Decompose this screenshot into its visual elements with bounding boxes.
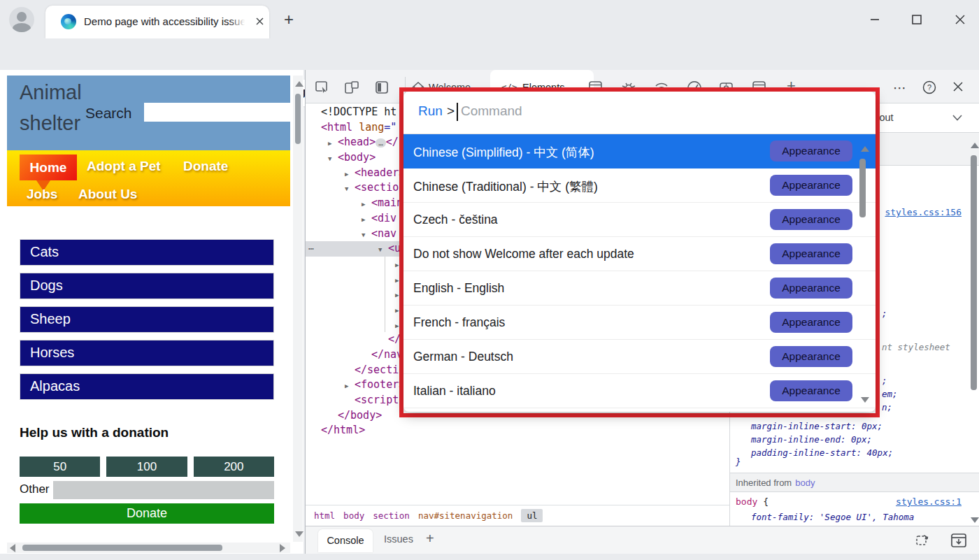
search-label: Search <box>85 105 132 122</box>
nav-item-donate[interactable]: Donate <box>183 159 228 174</box>
window-maximize-icon[interactable] <box>906 10 927 29</box>
page-vertical-scrollbar[interactable] <box>293 76 303 542</box>
css-fragment: ; <box>882 375 887 386</box>
profile-avatar[interactable] <box>9 7 34 32</box>
command-item-badge[interactable]: Appearance <box>770 141 852 161</box>
console-drawer: Console Issues + <box>306 526 979 554</box>
prompt-chevron: > <box>447 103 455 119</box>
breadcrumb-item-ul[interactable]: ul <box>521 509 543 522</box>
page-viewport: Animal shelter Search Home Adopt a Pet D… <box>0 70 303 554</box>
expand-arrow-icon[interactable]: ▼ <box>378 243 388 258</box>
expand-arrow-icon[interactable]: ▼ <box>345 182 355 197</box>
dock-panel-icon[interactable] <box>376 81 389 94</box>
collapse-arrow-icon[interactable]: ▶ <box>328 136 338 152</box>
stylesheet-link[interactable]: styles.css:156 <box>885 207 962 217</box>
command-item[interactable]: Chinese (Simplified) - 中文 (简体)Appearance <box>403 134 876 168</box>
inherited-body-link[interactable]: body <box>795 478 815 488</box>
add-drawer-tab-icon[interactable]: + <box>426 531 434 547</box>
command-item[interactable]: Chinese (Traditional) - 中文 (繁體)Appearanc… <box>403 168 876 203</box>
command-item[interactable]: Do not show Welcome after each updateApp… <box>403 237 876 271</box>
palette-scroll-thumb[interactable] <box>859 159 866 217</box>
device-emulation-icon[interactable] <box>345 81 359 94</box>
expand-arrow-icon[interactable]: ▼ <box>362 228 371 243</box>
command-item[interactable]: French - françaisAppearance <box>403 306 876 340</box>
sidebar-scroll-thumb[interactable] <box>971 155 977 390</box>
code-segment: <head> <box>338 136 376 148</box>
window-close-icon[interactable] <box>950 10 971 29</box>
text-cursor <box>457 103 458 121</box>
collapse-arrow-icon[interactable]: ▶ <box>345 167 355 182</box>
collapse-arrow-icon[interactable]: ▶ <box>362 213 371 228</box>
nav-item-adopt[interactable]: Adopt a Pet <box>87 159 161 174</box>
avatar-icon <box>17 12 27 22</box>
donation-amount-button-100[interactable]: 100 <box>106 457 187 477</box>
donate-button[interactable]: Donate <box>20 503 274 524</box>
collapse-arrow-icon[interactable]: ▶ <box>362 197 371 213</box>
scroll-left-icon[interactable] <box>10 544 15 552</box>
donation-amount-button-200[interactable]: 200 <box>194 457 274 477</box>
tab-close-icon[interactable] <box>252 15 266 29</box>
scroll-up-icon[interactable] <box>295 81 303 87</box>
command-palette: Run > Command Chinese (Simplified) - 中文 … <box>403 92 876 412</box>
command-item-badge[interactable]: Appearance <box>770 175 852 196</box>
command-item[interactable]: German - DeutschAppearance <box>403 340 876 374</box>
css-fragment: ; <box>882 308 887 319</box>
scroll-right-icon[interactable] <box>280 544 285 552</box>
body-stylesheet-link[interactable]: styles.css:1 <box>896 496 962 507</box>
edge-favicon-icon <box>61 14 76 29</box>
palette-scroll-down-icon[interactable] <box>861 397 869 403</box>
sidebar-scroll-down-icon[interactable] <box>971 517 979 523</box>
collapse-arrow-icon[interactable]: ▶ <box>345 379 355 394</box>
palette-scroll-up-icon[interactable] <box>861 146 869 152</box>
page-hscroll-thumb[interactable] <box>22 545 222 551</box>
code-segment: <div <box>371 212 403 224</box>
drawer-undock-icon[interactable] <box>915 533 932 548</box>
page-vscroll-thumb[interactable] <box>295 94 301 144</box>
command-item[interactable]: Italian - italianoAppearance <box>403 374 876 408</box>
devtools-close-icon[interactable] <box>952 81 964 92</box>
breadcrumb-item-section[interactable]: section <box>373 510 410 521</box>
breadcrumb-item-html[interactable]: html <box>314 510 335 521</box>
animal-button-alpacas[interactable]: Alpacas <box>20 373 274 400</box>
dom-tree-row[interactable]: </html> <box>306 423 729 438</box>
css-property: margin-inline-start: 0px; <box>751 419 893 433</box>
nav-item-jobs[interactable]: Jobs <box>27 187 57 202</box>
drawer-collapse-icon[interactable] <box>950 533 967 548</box>
command-item-badge[interactable]: Appearance <box>770 278 852 299</box>
nav-item-about[interactable]: About Us <box>78 187 137 202</box>
new-tab-button[interactable]: + <box>280 11 298 29</box>
row-menu-icon[interactable]: ⋯ <box>308 241 314 257</box>
command-item-badge[interactable]: Appearance <box>770 346 852 367</box>
ul-rule-properties: margin-inline-start: 0px;margin-inline-e… <box>751 419 893 459</box>
command-item[interactable]: English - EnglishAppearance <box>403 271 876 306</box>
command-item-badge[interactable]: Appearance <box>770 380 852 401</box>
devtools-more-icon[interactable]: ⋯ <box>893 80 906 96</box>
animal-button-horses[interactable]: Horses <box>20 340 274 366</box>
other-amount-input[interactable] <box>53 481 274 499</box>
command-item-badge[interactable]: Appearance <box>770 312 852 333</box>
breadcrumb-item-nav-sitenavigation[interactable]: nav#sitenavigation <box>418 510 513 521</box>
command-item-badge[interactable]: Appearance <box>770 209 852 230</box>
window-minimize-icon[interactable] <box>864 10 885 29</box>
tab-strip: Demo page with accessibility issue + <box>0 0 979 38</box>
breadcrumb-item-body[interactable]: body <box>343 510 364 521</box>
donation-amount-button-50[interactable]: 50 <box>20 457 100 477</box>
inspect-element-icon[interactable] <box>315 81 329 94</box>
command-item-badge[interactable]: Appearance <box>770 243 852 264</box>
animal-button-sheep[interactable]: Sheep <box>20 306 274 333</box>
chevron-down-icon[interactable] <box>952 115 962 121</box>
browser-tab[interactable]: Demo page with accessibility issue <box>45 6 269 38</box>
search-input[interactable] <box>144 103 290 122</box>
devtools-help-icon[interactable]: ? <box>922 80 936 94</box>
command-input[interactable]: Run > Command <box>403 92 876 134</box>
nav-item-home[interactable]: Home <box>20 155 77 180</box>
code-segment: <nav <box>371 227 403 240</box>
animal-button-dogs[interactable]: Dogs <box>20 273 274 299</box>
tab-console[interactable]: Console <box>318 529 373 552</box>
scroll-down-icon[interactable] <box>295 531 303 537</box>
expand-arrow-icon[interactable]: ▼ <box>328 152 338 167</box>
sidebar-scroll-up-icon[interactable] <box>971 143 979 148</box>
tab-issues[interactable]: Issues <box>384 533 413 545</box>
animal-button-cats[interactable]: Cats <box>20 239 274 266</box>
command-item[interactable]: Czech - češtinaAppearance <box>403 203 876 237</box>
